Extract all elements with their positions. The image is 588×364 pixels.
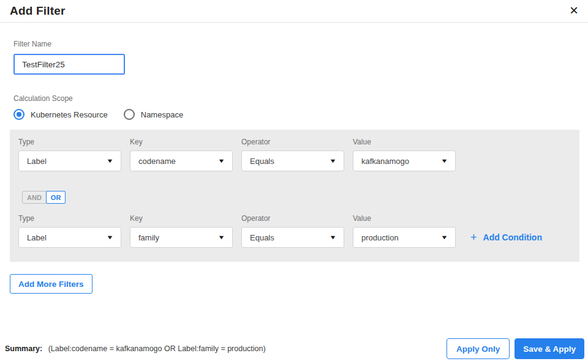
- and-toggle-button[interactable]: AND: [22, 191, 47, 204]
- value-select-value: kafkanamogo: [361, 157, 409, 166]
- operator-field: Operator Equals ▼: [241, 138, 344, 171]
- summary: Summary: (Label:codename = kafkanamogo O…: [5, 344, 266, 353]
- key-label: Key: [130, 214, 233, 223]
- operator-label: Operator: [241, 138, 344, 146]
- key-select[interactable]: codename ▼: [130, 150, 233, 171]
- or-toggle-button[interactable]: OR: [46, 191, 66, 204]
- type-select-value: Label: [27, 157, 47, 166]
- radio-label: Kubernetes Resource: [31, 110, 108, 119]
- chevron-down-icon: ▼: [329, 235, 336, 240]
- logic-toggle: AND OR: [22, 191, 571, 204]
- operator-select[interactable]: Equals ▼: [241, 227, 344, 248]
- value-field: Value kafkanamogo ▼: [353, 138, 456, 171]
- value-select[interactable]: production ▼: [353, 227, 456, 248]
- footer-buttons: Apply Only Save & Apply: [447, 338, 584, 359]
- filter-name-section: Filter Name: [13, 40, 588, 75]
- value-field: Value production ▼: [353, 214, 456, 248]
- operator-select-value: Equals: [250, 233, 274, 242]
- calculation-scope-section: Calculation Scope Kubernetes Resource Na…: [13, 94, 588, 120]
- close-icon[interactable]: ×: [570, 3, 578, 18]
- add-more-filters-button[interactable]: Add More Filters: [10, 274, 92, 294]
- type-field: Type Label ▼: [18, 214, 121, 248]
- radio-selected-icon[interactable]: [13, 109, 24, 120]
- spacer: [464, 138, 571, 171]
- operator-label: Operator: [241, 214, 344, 223]
- chevron-down-icon: ▼: [440, 235, 448, 240]
- chevron-down-icon: ▼: [217, 158, 225, 164]
- type-field: Type Label ▼: [18, 138, 121, 171]
- dialog-header: Add Filter ×: [0, 0, 588, 23]
- key-label: Key: [130, 138, 233, 146]
- type-label: Type: [18, 138, 121, 146]
- summary-label: Summary:: [5, 344, 42, 353]
- chevron-down-icon: ▼: [440, 158, 448, 164]
- plus-icon: +: [470, 232, 477, 243]
- operator-select[interactable]: Equals ▼: [241, 150, 344, 171]
- radio-label: Namespace: [141, 110, 183, 119]
- radio-option-namespace[interactable]: Namespace: [124, 109, 183, 120]
- operator-field: Operator Equals ▼: [241, 214, 344, 248]
- value-label: Value: [353, 214, 456, 223]
- key-select-value: codename: [138, 157, 176, 166]
- chevron-down-icon: ▼: [217, 235, 225, 240]
- scope-radio-group: Kubernetes Resource Namespace: [13, 109, 588, 120]
- chevron-down-icon: ▼: [106, 158, 113, 164]
- type-select[interactable]: Label ▼: [18, 227, 121, 248]
- value-select-value: production: [361, 233, 399, 242]
- key-field: Key codename ▼: [130, 138, 233, 171]
- value-select[interactable]: kafkanamogo ▼: [353, 150, 456, 171]
- chevron-down-icon: ▼: [106, 235, 113, 240]
- apply-only-button[interactable]: Apply Only: [447, 338, 510, 359]
- add-condition-button[interactable]: + Add Condition: [470, 227, 571, 248]
- conditions-panel: Type Label ▼ Key codename ▼ Operator Equ…: [10, 130, 579, 262]
- value-label: Value: [353, 138, 456, 146]
- key-field: Key family ▼: [130, 214, 233, 248]
- dialog-footer: Summary: (Label:codename = kafkanamogo O…: [0, 338, 588, 359]
- chevron-down-icon: ▼: [329, 158, 336, 164]
- operator-select-value: Equals: [250, 157, 274, 166]
- calculation-scope-label: Calculation Scope: [13, 94, 588, 103]
- radio-unselected-icon[interactable]: [124, 109, 135, 120]
- type-select[interactable]: Label ▼: [18, 150, 121, 171]
- filter-name-label: Filter Name: [13, 40, 588, 48]
- key-select-value: family: [138, 233, 159, 242]
- add-condition-cell: + Add Condition: [464, 214, 571, 248]
- summary-text: (Label:codename = kafkanamogo OR Label:f…: [48, 344, 266, 353]
- condition-row-1: Type Label ▼ Key codename ▼ Operator Equ…: [18, 138, 571, 171]
- radio-option-kubernetes-resource[interactable]: Kubernetes Resource: [13, 109, 108, 120]
- condition-row-2: Type Label ▼ Key family ▼ Operator Equal…: [18, 214, 571, 248]
- save-and-apply-button[interactable]: Save & Apply: [514, 338, 584, 359]
- key-select[interactable]: family ▼: [130, 227, 233, 248]
- dialog-title: Add Filter: [10, 4, 66, 18]
- filter-name-input[interactable]: [13, 54, 125, 75]
- add-condition-label: Add Condition: [483, 232, 542, 242]
- type-select-value: Label: [27, 233, 47, 242]
- type-label: Type: [18, 214, 121, 223]
